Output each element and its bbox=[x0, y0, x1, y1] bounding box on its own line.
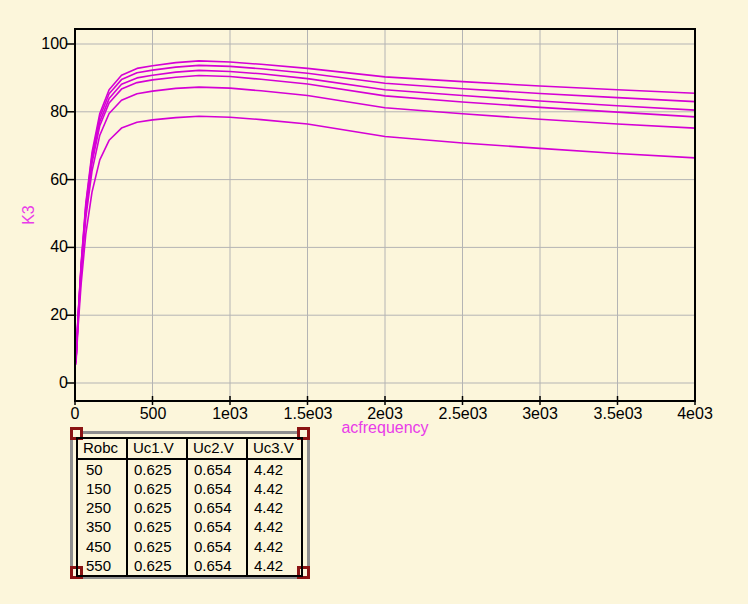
table-cell: 4.42 bbox=[248, 517, 301, 536]
table-cell: 250 bbox=[78, 498, 128, 517]
table-cell: 0.654 bbox=[188, 460, 248, 479]
table-cell: 4.42 bbox=[248, 479, 301, 498]
table-cell: 0.654 bbox=[188, 537, 248, 556]
y-tick-label: 100 bbox=[26, 34, 68, 54]
table-header-uc3v: Uc3.V bbox=[248, 439, 301, 460]
table-cell: 0.625 bbox=[128, 537, 188, 556]
table-cell: 4.42 bbox=[248, 556, 301, 575]
x-tick-label: 3e03 bbox=[505, 404, 575, 424]
x-axis-label: acfrequency bbox=[320, 419, 450, 437]
data-table[interactable]: Robc Uc1.V Uc2.V Uc3.V 50 0.625 0.654 4.… bbox=[76, 437, 303, 577]
y-tick-label: 20 bbox=[26, 305, 68, 325]
y-tick-label: 40 bbox=[26, 237, 68, 257]
x-tick-label: 3.5e03 bbox=[583, 404, 653, 424]
table-cell: 0.654 bbox=[188, 517, 248, 536]
table-cell: 0.654 bbox=[188, 479, 248, 498]
table-cell: 0.625 bbox=[128, 517, 188, 536]
table-header-uc2v: Uc2.V bbox=[188, 439, 248, 460]
table-cell: 4.42 bbox=[248, 460, 301, 479]
table-cell: 4.42 bbox=[248, 498, 301, 517]
x-tick-label: 1e03 bbox=[195, 404, 265, 424]
y-tick-label: 80 bbox=[26, 102, 68, 122]
x-tick-label: 500 bbox=[118, 404, 188, 424]
table-cell: 0.625 bbox=[128, 479, 188, 498]
table-header-robc: Robc bbox=[78, 439, 128, 460]
table-cell: 550 bbox=[78, 556, 128, 575]
table-cell: 0.625 bbox=[128, 556, 188, 575]
table-cell: 0.654 bbox=[188, 556, 248, 575]
table-header-uc1v: Uc1.V bbox=[128, 439, 188, 460]
table-cell: 0.625 bbox=[128, 498, 188, 517]
table-cell: 450 bbox=[78, 537, 128, 556]
y-tick-label: 60 bbox=[26, 170, 68, 190]
x-tick-label: 0 bbox=[40, 404, 110, 424]
qucs-canvas: { "colors": { "background": "#FCF6DB", "… bbox=[0, 0, 748, 604]
table-cell: 4.42 bbox=[248, 537, 301, 556]
table-cell: 150 bbox=[78, 479, 128, 498]
x-tick-label: 4e03 bbox=[660, 404, 730, 424]
table-cell: 350 bbox=[78, 517, 128, 536]
table-cell: 0.625 bbox=[128, 460, 188, 479]
table-cell: 50 bbox=[78, 460, 128, 479]
y-tick-label: 0 bbox=[26, 373, 68, 393]
table-cell: 0.654 bbox=[188, 498, 248, 517]
y-axis-label: K3 bbox=[20, 205, 38, 225]
